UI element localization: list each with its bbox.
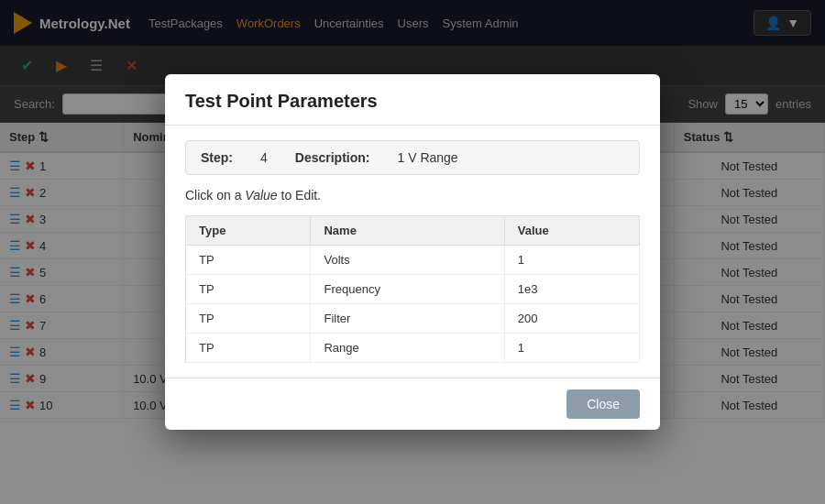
param-type: TP	[186, 246, 311, 275]
param-name: Range	[311, 334, 504, 363]
param-name: Volts	[311, 246, 504, 275]
col-value: Value	[504, 216, 639, 246]
param-row: TP Volts 1	[186, 246, 640, 275]
param-name: Filter	[311, 304, 504, 334]
param-row: TP Range 1	[186, 334, 640, 363]
modal-overlay: Test Point Parameters Step: 4 Descriptio…	[0, 0, 825, 504]
param-value[interactable]: 1	[504, 334, 639, 363]
param-table: Type Name Value TP Volts 1 TP Frequency …	[185, 215, 640, 363]
param-type: TP	[186, 334, 311, 363]
col-name: Name	[311, 216, 504, 246]
param-row: TP Filter 200	[186, 304, 640, 334]
param-value[interactable]: 1	[504, 246, 639, 275]
param-type: TP	[186, 304, 311, 334]
modal-title: Test Point Parameters	[185, 91, 378, 111]
step-value: 4	[260, 150, 268, 165]
param-header-row: Type Name Value	[186, 216, 640, 246]
modal-footer: Close	[165, 378, 660, 430]
close-button[interactable]: Close	[566, 389, 640, 419]
param-value[interactable]: 200	[504, 304, 639, 334]
col-type: Type	[186, 216, 311, 246]
description-label: Description:	[295, 150, 370, 165]
param-type: TP	[186, 275, 311, 304]
description-value: 1 V Range	[397, 150, 457, 165]
modal-instruction: Click on a Value to Edit.	[185, 188, 640, 203]
modal-header: Test Point Parameters	[165, 74, 660, 126]
param-row: TP Frequency 1e3	[186, 275, 640, 304]
modal-step-info: Step: 4 Description: 1 V Range	[185, 140, 640, 175]
modal-body: Step: 4 Description: 1 V Range Click on …	[165, 126, 660, 378]
param-value[interactable]: 1e3	[504, 275, 639, 304]
modal-dialog: Test Point Parameters Step: 4 Descriptio…	[165, 74, 660, 430]
param-name: Frequency	[311, 275, 504, 304]
step-label: Step:	[201, 150, 233, 165]
